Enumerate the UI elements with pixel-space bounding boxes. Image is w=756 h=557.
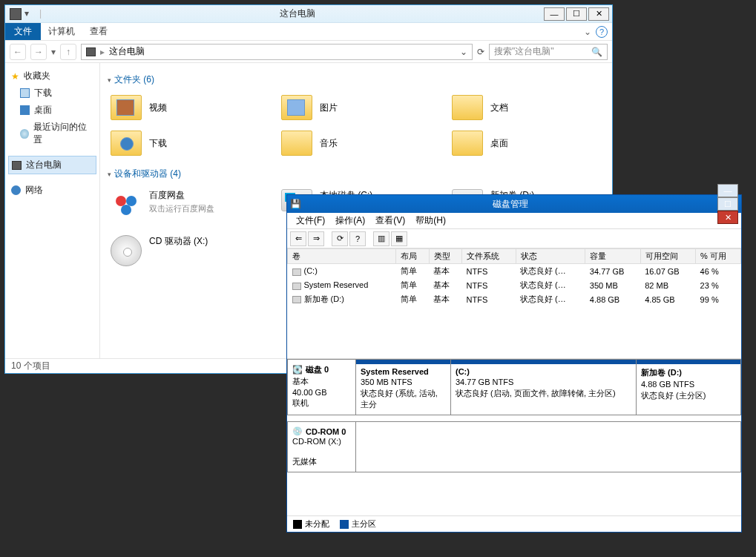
cd-icon: 💿 [292, 426, 303, 436]
partition-empty [356, 422, 740, 472]
section-devices[interactable]: ▾设备和驱动器 (4) [108, 168, 605, 180]
ribbon-expand-icon[interactable]: ⌄ [584, 27, 591, 37]
menu-view[interactable]: 查看(V) [371, 213, 410, 228]
folder-videos[interactable]: 视频 [108, 92, 263, 123]
ribbon-tab-view[interactable]: 查看 [82, 22, 115, 41]
nav-forward-button[interactable]: → [30, 44, 47, 60]
col-capacity[interactable]: 容量 [585, 249, 640, 264]
folder-icon [111, 95, 142, 120]
window-title: 磁盘管理 [304, 198, 716, 211]
diskmgmt-menubar: 文件(F) 操作(A) 查看(V) 帮助(H) [287, 213, 741, 229]
svg-point-1 [126, 196, 137, 206]
close-button[interactable]: ✕ [588, 7, 609, 21]
svg-point-0 [116, 196, 126, 206]
drive-baidu[interactable]: 百度网盘双击运行百度网盘 [108, 186, 263, 228]
explorer-ribbon: 文件 计算机 查看 ⌄ ? [5, 23, 612, 41]
breadcrumb[interactable]: 这台电脑 [109, 45, 145, 58]
sidebar-item-recent[interactable]: 最近访问的位置 [8, 119, 96, 148]
desktop-icon [20, 105, 30, 115]
recent-icon [20, 129, 29, 139]
folder-icon [111, 131, 142, 156]
folder-icon [281, 95, 312, 120]
volume-icon [292, 268, 301, 276]
pc-icon [10, 8, 22, 20]
sidebar-item-thispc[interactable]: 这台电脑 [8, 156, 96, 174]
disk-icon: 💽 [292, 365, 303, 375]
diskmgmt-legend: 未分配 主分区 [287, 515, 741, 532]
folder-downloads[interactable]: 下载 [108, 128, 263, 159]
sidebar-item-network[interactable]: 网络 [8, 182, 96, 199]
partition-system-reserved[interactable]: System Reserved350 MB NTFS状态良好 (系统, 活动, … [356, 360, 451, 415]
drive-cd[interactable]: CD 驱动器 (X:) [108, 232, 263, 269]
pc-icon [12, 161, 22, 170]
col-pct[interactable]: % 可用 [696, 249, 741, 264]
tb-view2-button[interactable]: ▦ [391, 231, 407, 246]
disk-row-0[interactable]: 💽磁盘 0 基本 40.00 GB 联机 System Reserved350 … [287, 359, 741, 415]
tb-back-button[interactable]: ⇐ [290, 231, 306, 246]
table-row[interactable]: System Reserved简单基本NTFS状态良好 (…350 MB82 M… [288, 278, 741, 292]
tb-refresh-button[interactable]: ⟳ [332, 231, 348, 246]
minimize-button[interactable]: — [544, 7, 565, 21]
col-fs[interactable]: 文件系统 [462, 249, 516, 264]
nav-history-icon[interactable]: ▾ [51, 47, 56, 57]
legend-swatch-primary [340, 520, 349, 529]
folder-music[interactable]: 音乐 [278, 128, 434, 159]
folder-documents[interactable]: 文档 [449, 92, 605, 123]
nav-up-button[interactable]: ↑ [60, 44, 76, 60]
star-icon: ★ [11, 71, 19, 82]
tb-view1-button[interactable]: ▥ [373, 231, 389, 246]
col-free[interactable]: 可用空间 [640, 249, 695, 264]
explorer-titlebar[interactable]: ▾ | 这台电脑 — ☐ ✕ [5, 5, 612, 23]
svg-point-2 [121, 205, 131, 215]
sidebar-item-favorites[interactable]: ★收藏夹 [8, 67, 96, 85]
address-field[interactable]: ▸ 这台电脑 ⌄ [81, 44, 473, 60]
sidebar-item-downloads[interactable]: 下载 [8, 85, 96, 102]
menu-action[interactable]: 操作(A) [331, 213, 369, 228]
nav-back-button[interactable]: ← [10, 44, 26, 60]
diskmgmt-titlebar[interactable]: 💾 磁盘管理 — ☐ ✕ [287, 195, 741, 213]
table-row[interactable]: (C:)简单基本NTFS状态良好 (…34.77 GB16.07 GB46 % [288, 264, 741, 279]
col-type[interactable]: 类型 [429, 249, 462, 264]
col-layout[interactable]: 布局 [396, 249, 430, 264]
diskmgmt-window: 💾 磁盘管理 — ☐ ✕ 文件(F) 操作(A) 查看(V) 帮助(H) ⇐ ⇒… [286, 194, 742, 533]
volume-table[interactable]: 卷 布局 类型 文件系统 状态 容量 可用空间 % 可用 (C:)简单基本NTF… [287, 248, 741, 359]
close-button[interactable]: ✕ [717, 211, 738, 224]
volume-icon [292, 296, 301, 303]
ribbon-tab-computer[interactable]: 计算机 [41, 22, 82, 41]
col-status[interactable]: 状态 [516, 249, 585, 264]
table-row[interactable]: 新加卷 (D:)简单基本NTFS状态良好 (…4.88 GB4.85 GB99 … [288, 292, 741, 306]
dropdown-icon[interactable]: ▾ [24, 8, 36, 20]
menu-help[interactable]: 帮助(H) [411, 213, 450, 228]
folder-desktop[interactable]: 桌面 [449, 128, 605, 159]
window-title: 这台电脑 [53, 7, 542, 20]
folder-icon [452, 95, 483, 120]
minimize-button[interactable]: — [717, 184, 738, 197]
address-dropdown-icon[interactable]: ⌄ [460, 47, 467, 57]
col-volume[interactable]: 卷 [288, 249, 396, 264]
menu-file[interactable]: 文件(F) [292, 213, 329, 228]
help-icon[interactable]: ? [596, 26, 608, 38]
folder-icon [281, 131, 312, 156]
search-input[interactable]: 搜索"这台电脑" 🔍 [489, 44, 608, 60]
search-placeholder: 搜索"这台电脑" [494, 45, 554, 58]
tb-forward-button[interactable]: ⇒ [308, 231, 324, 246]
tb-properties-button[interactable]: ? [349, 231, 366, 246]
maximize-button[interactable]: ☐ [717, 197, 738, 211]
partition-d[interactable]: 新加卷 (D:)4.88 GB NTFS状态良好 (主分区) [637, 360, 740, 415]
baidu-icon [111, 189, 142, 220]
maximize-button[interactable]: ☐ [566, 7, 587, 21]
ribbon-tab-file[interactable]: 文件 [5, 23, 41, 40]
partition-c[interactable]: (C:)34.77 GB NTFS状态良好 (启动, 页面文件, 故障转储, 主… [451, 360, 637, 415]
folder-pictures[interactable]: 图片 [278, 92, 434, 123]
section-folders[interactable]: ▾文件夹 (6) [108, 73, 605, 86]
explorer-sidebar: ★收藏夹 下载 桌面 最近访问的位置 这台电脑 网络 [5, 63, 100, 358]
disk-header: 💽磁盘 0 基本 40.00 GB 联机 [288, 360, 356, 415]
volume-icon [292, 283, 301, 290]
pc-icon [86, 47, 96, 56]
sidebar-item-desktop[interactable]: 桌面 [8, 102, 96, 119]
refresh-button[interactable]: ⟳ [477, 47, 484, 57]
disk-row-cdrom[interactable]: 💿CD-ROM 0 CD-ROM (X:) 无媒体 [287, 421, 741, 472]
explorer-addressbar: ← → ▾ ↑ ▸ 这台电脑 ⌄ ⟳ 搜索"这台电脑" 🔍 [5, 41, 612, 63]
separator-icon: | [39, 8, 51, 20]
status-text: 10 个项目 [11, 360, 50, 372]
